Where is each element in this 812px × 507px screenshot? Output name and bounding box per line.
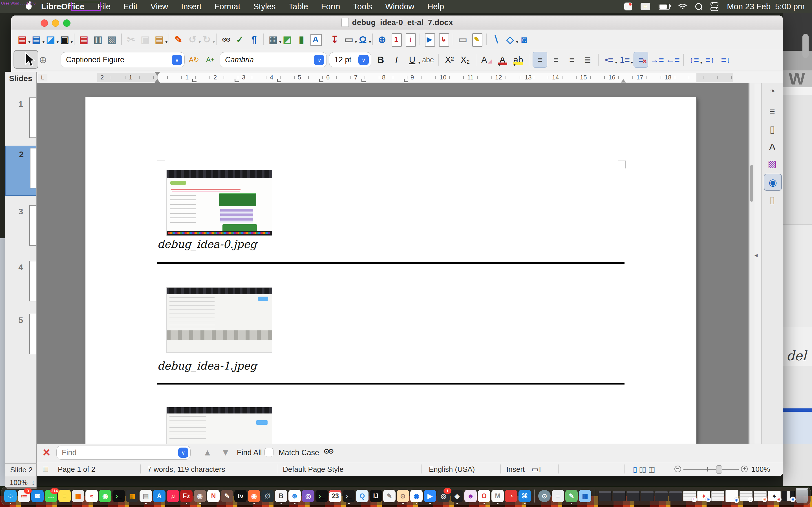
filezilla[interactable]: Fz (180, 490, 193, 502)
preview[interactable]: ▤ (140, 490, 152, 502)
basic-shapes[interactable]: ◇ (503, 32, 517, 47)
minimized-window[interactable]: ♦ ◉ (697, 491, 710, 501)
font-color[interactable]: A (495, 52, 509, 67)
page-count[interactable]: Page 1 of 2 (58, 465, 95, 474)
line-spacing[interactable]: ↕≡ (687, 52, 701, 67)
toolbar-icon[interactable] (419, 34, 420, 45)
finder[interactable]: ☺ (4, 490, 17, 502)
track-changes[interactable]: ✎ (470, 32, 484, 47)
document-page[interactable]: debug_idea-0.jpeg debug_idea-1.jpeg (86, 97, 696, 444)
chart-app[interactable]: ≈ (86, 490, 98, 502)
menu-bar-clock[interactable]: Mon 23 Feb 5:00 pm (727, 2, 805, 11)
wifi-icon[interactable] (678, 3, 687, 10)
figure-image-0[interactable] (166, 170, 272, 236)
page-style[interactable]: Default Page Style (283, 465, 343, 474)
format-toolbar-icon[interactable] (598, 54, 599, 66)
tab-type-selector[interactable]: L (38, 73, 47, 82)
insert-special-character[interactable]: Ω (356, 32, 370, 47)
insert-field[interactable]: ▭ (342, 32, 356, 47)
minimized-window[interactable]: ♠ ◉ (768, 491, 781, 501)
minimized-window[interactable]: O (683, 491, 696, 501)
writer-doc-icon[interactable]: ▤ (15, 32, 29, 47)
insert-textbox[interactable]: A (308, 32, 322, 47)
minimized-window[interactable] (655, 491, 668, 501)
menu-item[interactable]: Form (321, 2, 340, 11)
b-browser-app[interactable]: B (275, 490, 287, 502)
justified[interactable]: ≣ (580, 52, 595, 67)
background-zoom-tool-icon[interactable]: ⊕ (39, 54, 47, 65)
mail[interactable]: ✉ (31, 490, 44, 502)
insert-image[interactable]: ◩ (280, 32, 294, 47)
slide-thumbnail[interactable]: 5 (5, 312, 36, 357)
format-toolbar-icon[interactable] (439, 54, 439, 66)
accessibility-folder[interactable]: ⊙ (538, 490, 551, 502)
toolbar-icon[interactable] (372, 34, 373, 45)
format-toolbar-icon[interactable] (683, 54, 684, 66)
tab-stop-marker[interactable] (404, 79, 408, 82)
page-tab[interactable]: ▯ (764, 192, 781, 208)
increase-paragraph-spacing[interactable]: ≡↑ (703, 52, 717, 67)
inkscape[interactable]: ◆ (451, 490, 463, 502)
horizontal-ruler[interactable]: L 21 123456789101112131415161718 (37, 72, 783, 83)
zoom[interactable]: ▶ (424, 490, 436, 502)
minimized-window[interactable] (613, 491, 626, 501)
slash-circle-app[interactable]: ∅ (261, 490, 274, 502)
decrease-indent[interactable]: ←≡ (666, 52, 680, 67)
firefox[interactable]: ◉ (248, 490, 260, 502)
menu-item[interactable]: Tools (353, 2, 372, 11)
minimized-window[interactable] (711, 491, 724, 501)
calculator[interactable]: ▦ (126, 490, 139, 502)
accessibility-check-tab[interactable]: ◔ (764, 83, 781, 99)
copy[interactable]: ▣ (138, 32, 152, 47)
gallery-tab[interactable]: ▨ (764, 156, 781, 172)
toolbar-icon[interactable] (121, 34, 122, 45)
safari[interactable]: ⊛ (289, 490, 301, 502)
notes[interactable]: ≡ (58, 490, 71, 502)
view-layout-icon[interactable]: ▯ (633, 465, 636, 474)
format-toolbar-icon[interactable] (476, 54, 476, 66)
insert-bookmark[interactable]: ▶ (422, 32, 437, 47)
toolbar-icon[interactable] (486, 34, 487, 45)
superscript[interactable]: X² (442, 52, 456, 67)
highlight-color[interactable]: ab (511, 52, 525, 67)
numbered-list[interactable]: 1≡ (618, 52, 632, 67)
view-layout-icon[interactable]: ◫ (648, 465, 654, 474)
minimized-window[interactable] (669, 491, 682, 501)
chevron-down-icon[interactable]: ∨ (314, 55, 324, 65)
intellij-idea[interactable]: IJ (370, 490, 382, 502)
find-input[interactable]: Find ∨ (56, 446, 191, 460)
align-left[interactable]: ≡ (532, 52, 547, 68)
toolbar-icon[interactable] (453, 34, 453, 45)
menu-item[interactable]: Insert (181, 2, 202, 11)
navigator-tab[interactable]: ◉ (764, 174, 782, 191)
minimized-window[interactable] (641, 491, 654, 501)
paragraph-style-combo[interactable]: Captioned Figure ∨ (61, 52, 185, 67)
messages[interactable]: … 214 (45, 490, 57, 502)
zoom-in-icon[interactable] (741, 466, 748, 472)
spelling-check[interactable]: ✓ (233, 32, 247, 47)
toolbar-icon[interactable] (216, 34, 216, 45)
status-app-icon[interactable] (624, 3, 632, 10)
tab-stop-marker[interactable] (319, 79, 323, 82)
print-preview[interactable]: ▧ (105, 32, 119, 47)
find-all-button[interactable]: Find All (237, 448, 262, 457)
terminal-exec-2[interactable]: ›_ (315, 490, 328, 502)
launchpad[interactable]: ▦ (72, 490, 84, 502)
properties-tab[interactable]: ▯ (764, 121, 781, 137)
gauge-app[interactable]: ◔ (505, 490, 517, 502)
bold[interactable]: B (373, 52, 388, 67)
vertical-scrollbar[interactable] (749, 83, 755, 444)
tab-stop-marker[interactable] (277, 79, 281, 82)
save-status-icon[interactable]: ▥ (42, 465, 49, 473)
insert-line[interactable]: ∖ (489, 32, 503, 47)
cut[interactable]: ✂ (124, 32, 138, 47)
apple-tv[interactable]: tv (234, 490, 247, 502)
minimized-window[interactable] (599, 491, 612, 501)
menu-item[interactable]: Styles (253, 2, 276, 11)
menu-item[interactable]: Edit (123, 2, 138, 11)
italic[interactable]: I (389, 52, 403, 67)
formatting-marks[interactable]: ¶ (247, 32, 261, 47)
pink-face-app[interactable]: ☻ (464, 490, 477, 502)
tab-stop-marker[interactable] (361, 79, 366, 82)
paint-app[interactable]: ⊙ (397, 490, 409, 502)
